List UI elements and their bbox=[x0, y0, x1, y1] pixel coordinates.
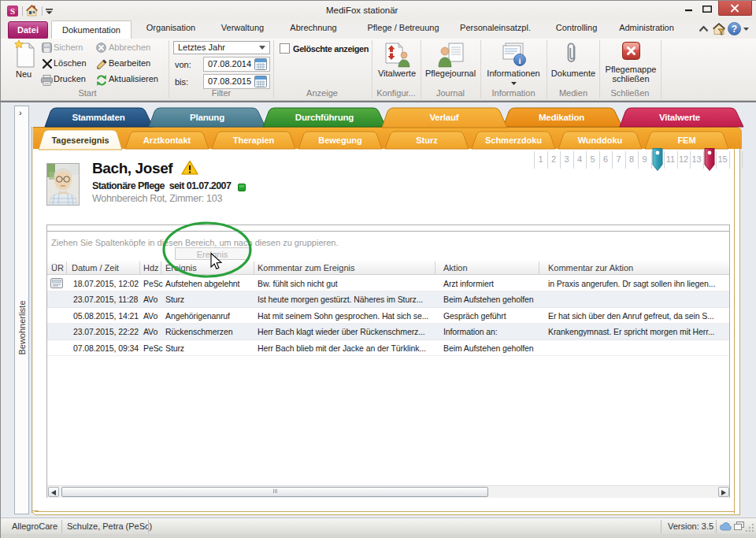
svg-text:Bewegung: Bewegung bbox=[318, 135, 362, 145]
svg-text:Vitalwerte: Vitalwerte bbox=[659, 113, 700, 122]
svg-text:Durchführung: Durchführung bbox=[295, 113, 354, 122]
svg-text:Therapien: Therapien bbox=[233, 135, 275, 145]
svg-text:i: i bbox=[518, 56, 521, 65]
svg-text:?: ? bbox=[732, 24, 737, 35]
svg-text:FEM: FEM bbox=[677, 135, 695, 145]
svg-text:Verlauf: Verlauf bbox=[430, 113, 459, 122]
svg-text:Planung: Planung bbox=[190, 113, 224, 122]
svg-text:Schmerzdoku: Schmerzdoku bbox=[485, 135, 542, 145]
svg-text:Tagesereignis: Tagesereignis bbox=[51, 135, 109, 145]
svg-text:Arztkontakt: Arztkontakt bbox=[143, 135, 191, 145]
svg-text:S: S bbox=[10, 6, 15, 16]
svg-text:Medikation: Medikation bbox=[539, 113, 584, 122]
svg-text:Stammdaten: Stammdaten bbox=[72, 113, 124, 122]
svg-text:Sturz: Sturz bbox=[416, 135, 438, 145]
svg-text:Wunddoku: Wunddoku bbox=[578, 135, 623, 145]
